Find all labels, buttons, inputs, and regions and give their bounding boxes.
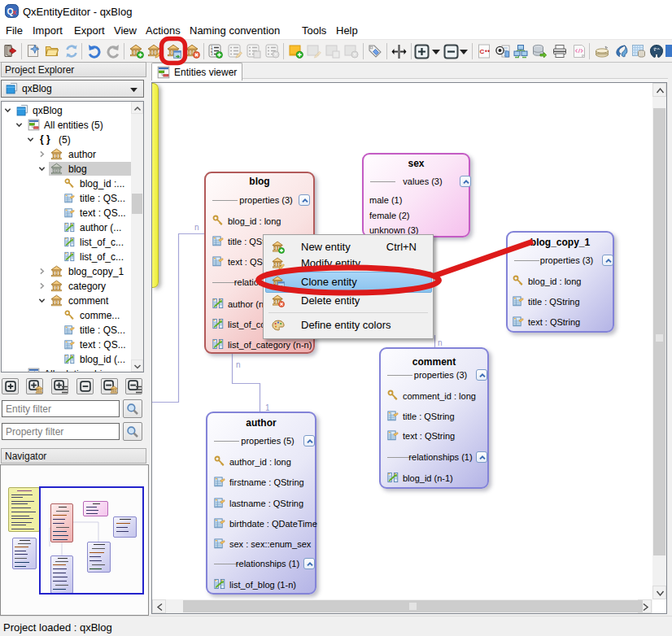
svg-text:C: C <box>479 48 484 55</box>
svg-text:n: n <box>194 223 199 232</box>
svg-text:x: x <box>13 8 17 16</box>
svg-text:n: n <box>438 338 443 347</box>
svg-text:n: n <box>236 360 241 369</box>
